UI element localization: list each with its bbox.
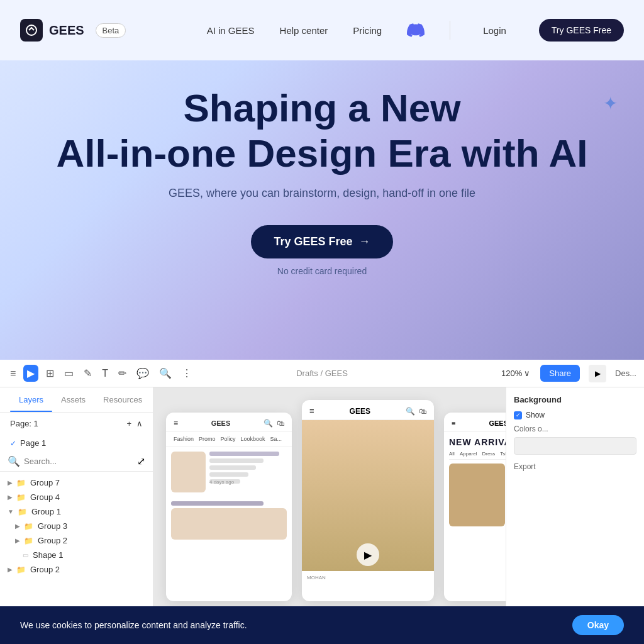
hero-subtitle: GEES, where you can brainstorm, design, … <box>169 187 475 200</box>
add-page-icon[interactable]: + <box>126 419 131 428</box>
nav-link-pricing[interactable]: Pricing <box>353 25 382 36</box>
logo-icon <box>20 19 43 42</box>
phone2-icons: 🔍🛍 <box>406 407 426 416</box>
layer-group4[interactable]: ▶ 📁 Group 4 <box>0 490 153 504</box>
phone-mockup-3: ≡ GEES 🔍🛍 NEW ARRIVAL AllApparelDressTsh… <box>444 413 506 601</box>
show-label: Show <box>526 411 545 419</box>
sidebar-tabs: Layers Assets Resources <box>0 387 153 413</box>
pen-tool-icon[interactable]: ✎ <box>81 365 94 382</box>
phone3-content: NEW ARRIVAL AllApparelDressTshirtBag <box>444 432 506 531</box>
play-button-overlay[interactable]: ▶ <box>357 543 379 566</box>
sparkle-icon: ✦ <box>603 93 618 114</box>
cookie-text: We use cookies to personalize content an… <box>20 620 247 630</box>
phone1-icons: 🔍🛍 <box>264 419 284 428</box>
layers-sidebar: Layers Assets Resources Page: 1 + ∧ ✓ Pa… <box>0 387 153 644</box>
tab-layers[interactable]: Layers <box>10 387 52 412</box>
right-panel: Background ✓ Show Colors o... Export <box>506 387 644 644</box>
editor-area: ≡ ▶ ⊞ ▭ ✎ T ✏ 💬 🔍 ⋮ Drafts / GEES 120% ∨… <box>0 360 644 644</box>
rect-icon: ▭ <box>23 552 28 558</box>
more-icon[interactable]: ⋮ <box>179 365 194 382</box>
nav-divider <box>450 21 450 40</box>
phone2-caption: MOHAN <box>302 571 434 584</box>
phone-mockup-2: ≡ GEES 🔍🛍 ▶ MOHAN <box>302 400 434 601</box>
layer-group7[interactable]: ▶ 📁 Group 7 <box>0 475 153 490</box>
logo-area: GEES Beta <box>20 19 126 42</box>
arrow-icon: ▶ <box>8 566 13 573</box>
nav-links: AI in GEES Help center Pricing Login Try… <box>207 19 624 42</box>
folder-icon: 📁 <box>24 522 33 531</box>
expand-search-icon[interactable]: ⤢ <box>137 455 145 467</box>
frame-tool-icon[interactable]: ⊞ <box>43 365 57 382</box>
svg-point-0 <box>26 25 36 35</box>
logo-text: GEES <box>49 23 84 38</box>
right-panel-title: Background <box>514 395 636 404</box>
layer-group1[interactable]: ▼ 📁 Group 1 <box>0 504 153 519</box>
canvas-content: ≡ GEES 🔍🛍 FashionPromoPolicyLookbookSa..… <box>166 400 506 601</box>
page-1-item[interactable]: ✓ Page 1 <box>0 435 153 452</box>
rect-tool-icon[interactable]: ▭ <box>62 365 76 382</box>
phone1-brand: GEES <box>211 419 231 427</box>
phone2-header: ≡ GEES 🔍🛍 <box>302 400 434 420</box>
phone3-header: ≡ GEES 🔍🛍 <box>444 413 506 432</box>
phone2-image: ▶ <box>302 420 434 571</box>
comment-tool-icon[interactable]: 💬 <box>134 365 152 382</box>
nav-link-help[interactable]: Help center <box>280 25 328 36</box>
discord-icon[interactable] <box>407 21 425 39</box>
arrow-icon: ▶ <box>15 537 20 544</box>
folder-icon: 📁 <box>16 479 26 487</box>
try-free-button[interactable]: Try GEES Free <box>539 19 624 42</box>
nav-link-ai[interactable]: AI in GEES <box>207 25 255 36</box>
show-checkbox[interactable]: ✓ <box>514 411 522 419</box>
cookie-banner: We use cookies to personalize content an… <box>0 606 644 644</box>
hero-cta-button[interactable]: Try GEES Free → <box>251 225 392 258</box>
page-check-icon: ✓ <box>10 439 16 448</box>
page-actions: + ∧ <box>126 419 143 428</box>
layer-group2-bottom[interactable]: ▶ 📁 Group 2 <box>0 562 153 577</box>
select-tool-icon[interactable]: ▶ <box>23 365 38 382</box>
pencil-tool-icon[interactable]: ✏ <box>116 365 129 382</box>
arrow-icon: ▶ <box>8 479 13 486</box>
tab-resources[interactable]: Resources <box>94 387 151 412</box>
folder-icon: 📁 <box>24 536 33 545</box>
share-button[interactable]: Share <box>540 365 580 382</box>
search-bar: 🔍 ⤢ <box>0 452 153 472</box>
cookie-accept-button[interactable]: Okay <box>572 615 624 635</box>
search-input[interactable] <box>24 457 133 466</box>
layer-shape1[interactable]: ▭ Shape 1 <box>0 548 153 562</box>
text-tool-icon[interactable]: T <box>99 365 111 382</box>
navbar: GEES Beta AI in GEES Help center Pricing… <box>0 0 644 60</box>
phone1-header: ≡ GEES 🔍🛍 <box>166 413 292 432</box>
design-tab[interactable]: Des... <box>615 369 636 378</box>
arrow-icon: ▶ <box>8 494 13 501</box>
breadcrumb: Drafts / GEES <box>296 369 348 378</box>
menu-icon[interactable]: ≡ <box>8 365 18 382</box>
export-label: Export <box>514 462 636 471</box>
layer-group3[interactable]: ▶ 📁 Group 3 <box>0 519 153 533</box>
page-header: Page: 1 + ∧ <box>0 413 153 435</box>
canvas-area[interactable]: ≡ GEES 🔍🛍 FashionPromoPolicyLookbookSa..… <box>153 387 506 644</box>
arrow-icon: ▶ <box>15 523 20 530</box>
zoom-control[interactable]: 120% ∨ <box>501 369 530 378</box>
login-button[interactable]: Login <box>475 25 514 36</box>
play-button[interactable]: ▶ <box>589 365 606 382</box>
phone1-nav: FashionPromoPolicyLookbookSa... <box>166 432 292 447</box>
layer-group2-nested[interactable]: ▶ 📁 Group 2 <box>0 533 153 548</box>
phone1-content: 4 days ago <box>166 447 292 548</box>
phone1-logo: ≡ <box>174 419 178 428</box>
search-icon: 🔍 <box>8 455 20 467</box>
search-tool-icon[interactable]: 🔍 <box>157 365 174 382</box>
arrow-icon: ▼ <box>8 508 14 515</box>
show-checkbox-row: ✓ Show <box>514 411 636 419</box>
folder-icon: 📁 <box>16 565 26 574</box>
folder-icon: 📁 <box>18 508 27 516</box>
tab-assets[interactable]: Assets <box>52 387 94 412</box>
hero-title: Shaping a New All-in-one Design Era with… <box>56 86 587 175</box>
colors-title: Colors o... <box>514 425 636 433</box>
editor-body: Layers Assets Resources Page: 1 + ∧ ✓ Pa… <box>0 387 644 644</box>
beta-badge: Beta <box>96 23 126 38</box>
folder-icon: 📁 <box>16 493 26 502</box>
collapse-pages-icon[interactable]: ∧ <box>136 419 143 428</box>
color-input[interactable] <box>514 437 636 455</box>
editor-toolbar: ≡ ▶ ⊞ ▭ ✎ T ✏ 💬 🔍 ⋮ Drafts / GEES 120% ∨… <box>0 360 644 387</box>
toolbar-right: Share ▶ Des... <box>540 365 636 382</box>
